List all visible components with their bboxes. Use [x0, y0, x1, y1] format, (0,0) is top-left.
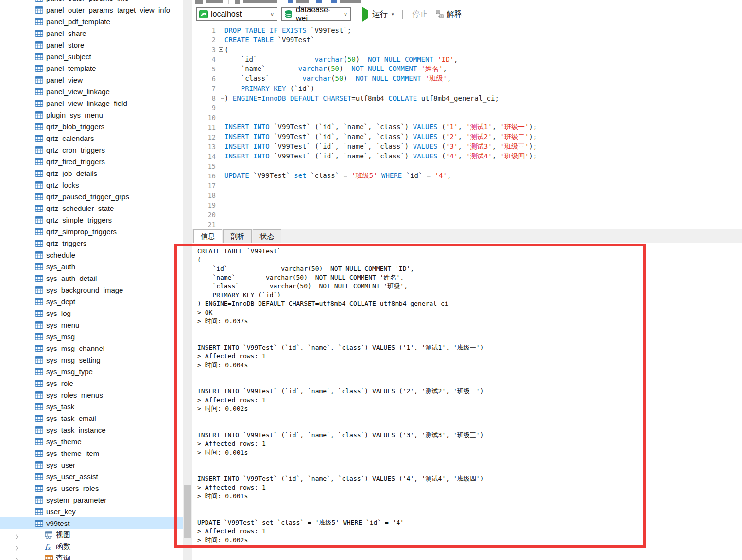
sidebar-item-panel_share[interactable]: panel_share: [0, 27, 183, 39]
editor-line: 20: [192, 210, 742, 220]
sidebar-item-sys_task[interactable]: sys_task: [0, 401, 183, 412]
sidebar-item-sys_msg_setting[interactable]: sys_msg_setting: [0, 354, 183, 366]
sidebar-item-panel_outer_params_info[interactable]: panel_outer_params_info: [0, 0, 183, 4]
sidebar-item-sys_task_instance[interactable]: sys_task_instance: [0, 424, 183, 436]
sidebar-item-qrtz_scheduler_state[interactable]: qrtz_scheduler_state: [0, 202, 183, 214]
sidebar-group-label: 视图: [56, 530, 70, 540]
sidebar-item-qrtz_calendars[interactable]: qrtz_calendars: [0, 132, 183, 144]
sidebar-item-label: sys_msg_channel: [46, 344, 104, 352]
sidebar-item-panel_view_linkage_field[interactable]: panel_view_linkage_field: [0, 97, 183, 109]
sidebar-item-label: sys_task_email: [46, 414, 96, 422]
sidebar-item-qrtz_job_details[interactable]: qrtz_job_details: [0, 167, 183, 179]
tab-信息[interactable]: 信息: [193, 229, 222, 243]
sidebar-item-qrtz_locks[interactable]: qrtz_locks: [0, 179, 183, 191]
table-icon: [35, 333, 43, 340]
sidebar-item-sys_background_image[interactable]: sys_background_image: [0, 284, 183, 296]
sidebar-group-函数[interactable]: fx函数: [0, 541, 183, 552]
sidebar-item-panel_pdf_template[interactable]: panel_pdf_template: [0, 16, 183, 27]
sidebar-item-panel_store[interactable]: panel_store: [0, 39, 183, 51]
sidebar-item-sys_roles_menus[interactable]: sys_roles_menus: [0, 389, 183, 401]
sidebar-item-sys_menu[interactable]: sys_menu: [0, 319, 183, 331]
sidebar-item-label: sys_user_assist: [46, 472, 98, 481]
sidebar-item-label: qrtz_triggers: [46, 239, 86, 247]
sidebar-item-sys_users_roles[interactable]: sys_users_roles: [0, 482, 183, 494]
sidebar-item-sys_theme[interactable]: sys_theme: [0, 436, 183, 447]
sidebar-scrollbar-thumb[interactable]: [184, 485, 191, 538]
sidebar-item-sys_log[interactable]: sys_log: [0, 307, 183, 319]
sidebar-item-panel_template[interactable]: panel_template: [0, 62, 183, 74]
sidebar-item-label: qrtz_simple_triggers: [46, 215, 112, 224]
results-panel[interactable]: CREATE TABLE `V99Test` ( `id` varchar(50…: [192, 243, 742, 560]
sidebar-item-sys_user_assist[interactable]: sys_user_assist: [0, 471, 183, 482]
sidebar-item-label: panel_view_linkage: [46, 87, 110, 96]
sidebar-item-sys_role[interactable]: sys_role: [0, 377, 183, 389]
table-icon: [35, 135, 43, 142]
sidebar-group-查询[interactable]: 查询: [0, 552, 183, 560]
sidebar-item-schedule[interactable]: schedule: [0, 249, 183, 261]
sidebar-group-视图[interactable]: 视图: [0, 529, 183, 541]
sidebar-item-user_key[interactable]: user_key: [0, 506, 183, 517]
sidebar-item-sys_dept[interactable]: sys_dept: [0, 296, 183, 307]
code-line: INSERT INTO `V99Test` (`id`, `name`, `cl…: [224, 133, 537, 141]
code-line: UPDATE `V99Test` set `class` = '班级5' WHE…: [224, 172, 451, 180]
fold-gutter: [218, 113, 224, 122]
fold-marker: [218, 74, 224, 84]
run-dropdown-caret[interactable]: ▾: [392, 12, 394, 17]
stop-button[interactable]: 停止: [402, 9, 428, 19]
table-icon: [35, 426, 43, 434]
connection-select[interactable]: localhost ∨: [196, 7, 277, 21]
editor-line: 1DROP TABLE IF EXISTS `V99Test`;: [192, 25, 742, 35]
sidebar-item-label: panel_store: [46, 40, 84, 49]
line-number: 13: [192, 143, 218, 151]
sidebar-item-sys_msg_type[interactable]: sys_msg_type: [0, 366, 183, 377]
sidebar-item-label: v99test: [46, 519, 69, 527]
line-number: 14: [192, 153, 218, 160]
chevron-right-icon[interactable]: [15, 544, 19, 549]
tab-剖析[interactable]: 剖析: [223, 229, 252, 243]
sidebar-item-sys_auth_detail[interactable]: sys_auth_detail: [0, 272, 183, 284]
tab-状态[interactable]: 状态: [253, 229, 281, 243]
chevron-down-icon: ∨: [270, 11, 274, 18]
sidebar-scrollbar-track[interactable]: [183, 0, 192, 560]
run-button[interactable]: 运行 ▾: [362, 9, 394, 19]
sidebar-item-sys_user[interactable]: sys_user: [0, 459, 183, 471]
sidebar-item-panel_view_linkage[interactable]: panel_view_linkage: [0, 86, 183, 97]
sidebar-item-panel_outer_params_target_view_info[interactable]: panel_outer_params_target_view_info: [0, 4, 183, 16]
sidebar-item-label: qrtz_fired_triggers: [46, 157, 105, 166]
object-tree-sidebar[interactable]: panel_outer_params_infopanel_outer_param…: [0, 0, 183, 560]
explain-button[interactable]: 解释: [436, 9, 462, 19]
sidebar-item-qrtz_simprop_triggers[interactable]: qrtz_simprop_triggers: [0, 226, 183, 237]
connection-value: localhost: [211, 10, 266, 18]
code-line: PRIMARY KEY (`id`): [224, 85, 314, 92]
table-icon: [35, 298, 43, 305]
sidebar-item-label: panel_pdf_template: [46, 17, 110, 26]
sidebar-item-panel_view[interactable]: panel_view: [0, 74, 183, 86]
sidebar-item-v99test[interactable]: v99test: [0, 517, 183, 529]
sidebar-item-panel_subject[interactable]: panel_subject: [0, 51, 183, 62]
sidebar-item-qrtz_blob_triggers[interactable]: qrtz_blob_triggers: [0, 121, 183, 132]
views-icon: [45, 531, 53, 539]
sidebar-item-sys_auth[interactable]: sys_auth: [0, 261, 183, 272]
sidebar-item-qrtz_simple_triggers[interactable]: qrtz_simple_triggers: [0, 214, 183, 226]
chevron-right-icon[interactable]: [15, 556, 19, 560]
editor-line: 15: [192, 161, 742, 171]
sidebar-item-label: sys_msg_type: [46, 367, 93, 376]
sidebar-item-qrtz_cron_triggers[interactable]: qrtz_cron_triggers: [0, 144, 183, 156]
sidebar-item-sys_task_email[interactable]: sys_task_email: [0, 412, 183, 424]
sidebar-item-system_parameter[interactable]: system_parameter: [0, 494, 183, 506]
sidebar-item-sys_msg[interactable]: sys_msg: [0, 331, 183, 342]
table-icon: [35, 251, 43, 259]
sidebar-item-qrtz_fired_triggers[interactable]: qrtz_fired_triggers: [0, 156, 183, 167]
table-icon: [35, 461, 43, 469]
fold-marker[interactable]: [218, 45, 224, 54]
sidebar-item-qrtz_triggers[interactable]: qrtz_triggers: [0, 237, 183, 249]
table-icon: [35, 216, 43, 224]
database-select[interactable]: dataease-wei ∨: [281, 7, 351, 21]
sidebar-item-qrtz_paused_trigger_grps[interactable]: qrtz_paused_trigger_grps: [0, 191, 183, 202]
sidebar-item-sys_msg_channel[interactable]: sys_msg_channel: [0, 342, 183, 354]
sidebar-item-sys_theme_item[interactable]: sys_theme_item: [0, 447, 183, 459]
fold-marker: [218, 64, 224, 74]
chevron-right-icon[interactable]: [15, 532, 19, 537]
sql-editor[interactable]: 1DROP TABLE IF EXISTS `V99Test`;2CREATE …: [192, 25, 742, 229]
sidebar-item-plugin_sys_menu[interactable]: plugin_sys_menu: [0, 109, 183, 121]
